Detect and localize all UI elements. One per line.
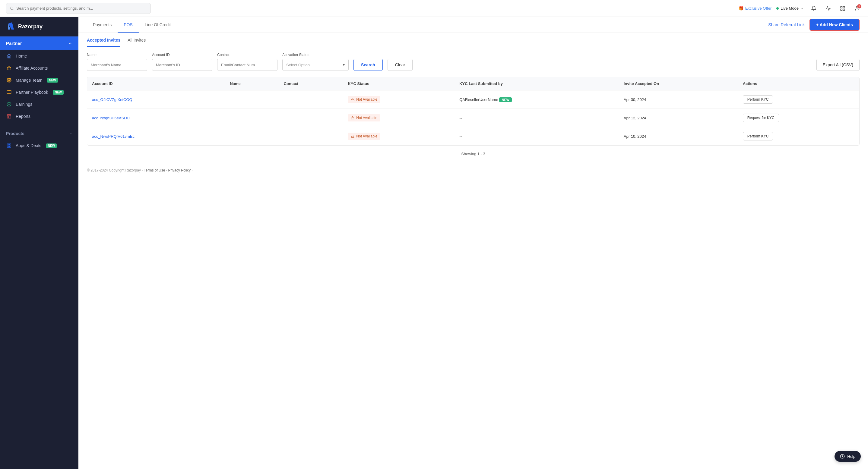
user-badge: 1 [857, 4, 861, 8]
cell-invite-accepted-on: Apr 10, 2024 [619, 127, 738, 145]
add-new-clients-btn[interactable]: + Add New Clients [809, 19, 860, 31]
filter-activation-status-group: Activation Status Select Option Activate… [282, 53, 349, 71]
warning-icon [351, 134, 354, 138]
share-referral-link-btn[interactable]: Share Referral Link [768, 22, 805, 27]
filter-activation-status-label: Activation Status [282, 53, 349, 57]
cell-invite-accepted-on: Apr 30, 2024 [619, 91, 738, 109]
gear-icon [6, 78, 12, 82]
cell-kyc-status: Not Available [343, 91, 455, 109]
action-button[interactable]: Request for KYC [743, 114, 779, 122]
table-row: acc_O4iCVZgIXntCOQ Not Available QAResel… [87, 91, 859, 109]
terms-link[interactable]: Terms of Use [144, 168, 165, 172]
sidebar-item-manage-team[interactable]: Manage Team NEW [0, 74, 79, 86]
sub-tab-all-invites[interactable]: All Invites [128, 38, 146, 47]
account-id-link[interactable]: acc_NxghUII6eASDiJ [92, 116, 130, 120]
cell-kyc-last-submitted: -- [455, 109, 619, 127]
notifications-btn[interactable] [809, 4, 818, 13]
clients-table-container: Account ID Name Contact KYC Status KYC L… [87, 77, 860, 145]
warning-icon [351, 116, 354, 120]
cell-invite-accepted-on: Apr 12, 2024 [619, 109, 738, 127]
col-actions: Actions [738, 77, 859, 91]
partner-playbook-new-badge: NEW [53, 90, 63, 95]
sidebar-item-earnings[interactable]: Earnings [0, 98, 79, 110]
cell-actions: Perform KYC [738, 91, 859, 109]
bell-icon [811, 6, 816, 11]
account-id-link[interactable]: acc_NwoPRQfV61vmEc [92, 134, 134, 139]
clear-button[interactable]: Clear [388, 59, 412, 71]
cell-name [225, 109, 279, 127]
razorpay-logo-icon [6, 22, 16, 31]
col-kyc-status: KYC Status [343, 77, 455, 91]
grid-icon [840, 6, 845, 11]
grid-btn[interactable] [838, 4, 847, 13]
activity-btn[interactable] [824, 4, 833, 13]
search-bar[interactable] [6, 3, 151, 14]
filter-account-id-group: Account ID [152, 53, 212, 71]
home-icon [6, 54, 12, 59]
partner-section-header[interactable]: Partner [0, 36, 79, 50]
filters-row: Name Account ID Contact Activation Statu… [79, 47, 868, 77]
apps-deals-new-badge: NEW [46, 143, 57, 148]
tabs-actions: Share Referral Link + Add New Clients [768, 19, 860, 31]
tab-payments[interactable]: Payments [87, 17, 118, 33]
live-mode-toggle[interactable]: Live Mode [776, 6, 804, 10]
col-invite-accepted-on: Invite Accepted On [619, 77, 738, 91]
cell-name [225, 127, 279, 145]
col-kyc-last-submitted: KYC Last Submitted by [455, 77, 619, 91]
svg-point-11 [8, 79, 10, 81]
cell-contact [279, 109, 343, 127]
kyc-status-badge: Not Available [348, 96, 380, 103]
svg-rect-17 [9, 144, 11, 145]
earnings-icon [6, 102, 12, 107]
cell-kyc-last-submitted: -- [455, 127, 619, 145]
live-dot [776, 7, 779, 10]
manage-team-new-badge: NEW [47, 78, 58, 82]
action-button[interactable]: Perform KYC [743, 95, 773, 104]
user-profile-btn[interactable]: 1 [852, 4, 862, 13]
warning-icon [351, 98, 354, 101]
cell-kyc-status: Not Available [343, 127, 455, 145]
sidebar-item-reports[interactable]: Reports [0, 110, 79, 122]
cell-account-id[interactable]: acc_O4iCVZgIXntCOQ [87, 91, 225, 109]
search-icon [10, 6, 14, 10]
exclusive-offer-btn[interactable]: 🎁 Exclusive Offer [739, 6, 772, 10]
svg-rect-19 [9, 146, 11, 147]
showing-text: Showing 1 - 3 [79, 145, 868, 162]
sub-tab-accepted-invites[interactable]: Accepted Invites [87, 38, 120, 47]
cell-account-id[interactable]: acc_NwoPRQfV61vmEc [87, 127, 225, 145]
cell-name [225, 91, 279, 109]
products-section-header[interactable]: Products [0, 128, 79, 139]
svg-rect-18 [7, 146, 9, 147]
cell-account-id[interactable]: acc_NxghUII6eASDiJ [87, 109, 225, 127]
sidebar-item-partner-playbook[interactable]: Partner Playbook NEW [0, 86, 79, 98]
sidebar-item-affiliate-accounts[interactable]: Affiliate Accounts [0, 62, 79, 74]
topbar-right: 🎁 Exclusive Offer Live Mode 1 [739, 4, 862, 13]
filter-name-input[interactable] [87, 59, 147, 71]
export-csv-button[interactable]: Export All (CSV) [816, 59, 860, 71]
clients-table: Account ID Name Contact KYC Status KYC L… [87, 77, 859, 145]
sidebar-item-apps-deals[interactable]: Apps & Deals NEW [0, 139, 79, 152]
tab-line-of-credit[interactable]: Line Of Credit [139, 17, 177, 33]
svg-line-1 [13, 9, 13, 10]
filter-account-id-input[interactable] [152, 59, 212, 71]
chevron-up-icon [68, 41, 72, 45]
bank-icon [6, 66, 12, 70]
filter-contact-group: Contact [217, 53, 277, 71]
help-button[interactable]: Help [835, 451, 861, 462]
search-button[interactable]: Search [353, 59, 383, 71]
sidebar: Razorpay Partner Home Affiliate Accounts… [0, 17, 79, 469]
search-input[interactable] [16, 6, 147, 10]
privacy-link[interactable]: Privacy Policy [168, 168, 191, 172]
tab-pos[interactable]: POS [118, 17, 139, 33]
svg-rect-4 [841, 9, 842, 10]
activity-icon [826, 6, 831, 11]
account-id-link[interactable]: acc_O4iCVZgIXntCOQ [92, 97, 132, 102]
sidebar-divider [0, 125, 79, 125]
cell-contact [279, 91, 343, 109]
action-button[interactable]: Perform KYC [743, 132, 773, 140]
filter-activation-status-select[interactable]: Select Option Activated Not Activated [282, 59, 349, 71]
filter-contact-input[interactable] [217, 59, 277, 71]
sidebar-item-home[interactable]: Home [0, 50, 79, 62]
chevron-down-icon [69, 132, 72, 135]
svg-point-0 [10, 7, 13, 9]
